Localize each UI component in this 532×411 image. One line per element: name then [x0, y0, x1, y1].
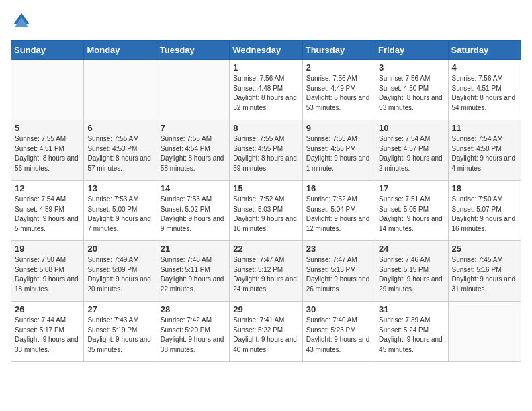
day-number: 31: [379, 304, 444, 314]
day-cell: 6Sunrise: 7:55 AM Sunset: 4:53 PM Daylig…: [84, 120, 157, 181]
day-number: 8: [233, 123, 298, 133]
day-info: Sunrise: 7:55 AM Sunset: 4:56 PM Dayligh…: [306, 134, 371, 173]
day-number: 28: [161, 304, 226, 314]
col-header-friday: Friday: [375, 41, 448, 60]
week-row-5: 26Sunrise: 7:44 AM Sunset: 5:17 PM Dayli…: [11, 302, 521, 362]
day-number: 4: [452, 62, 517, 73]
week-row-4: 19Sunrise: 7:50 AM Sunset: 5:08 PM Dayli…: [11, 241, 521, 302]
day-number: 22: [233, 244, 298, 254]
day-info: Sunrise: 7:56 AM Sunset: 4:51 PM Dayligh…: [452, 74, 517, 113]
day-cell: 14Sunrise: 7:53 AM Sunset: 5:02 PM Dayli…: [157, 181, 229, 241]
day-cell: 8Sunrise: 7:55 AM Sunset: 4:55 PM Daylig…: [230, 120, 302, 181]
day-number: 18: [452, 183, 517, 193]
day-info: Sunrise: 7:41 AM Sunset: 5:22 PM Dayligh…: [233, 316, 298, 355]
day-cell: 21Sunrise: 7:48 AM Sunset: 5:11 PM Dayli…: [157, 241, 229, 302]
day-info: Sunrise: 7:56 AM Sunset: 4:48 PM Dayligh…: [233, 74, 298, 113]
col-header-sunday: Sunday: [11, 41, 84, 60]
day-number: 30: [306, 304, 371, 314]
day-number: 11: [452, 123, 517, 133]
day-info: Sunrise: 7:47 AM Sunset: 5:12 PM Dayligh…: [233, 255, 298, 294]
day-info: Sunrise: 7:54 AM Sunset: 4:59 PM Dayligh…: [15, 195, 80, 234]
day-cell: 26Sunrise: 7:44 AM Sunset: 5:17 PM Dayli…: [11, 302, 84, 362]
day-cell: 17Sunrise: 7:51 AM Sunset: 5:05 PM Dayli…: [375, 181, 448, 241]
day-cell: 27Sunrise: 7:43 AM Sunset: 5:19 PM Dayli…: [84, 302, 157, 362]
col-header-saturday: Saturday: [448, 41, 521, 60]
day-info: Sunrise: 7:50 AM Sunset: 5:08 PM Dayligh…: [15, 255, 80, 294]
day-number: 14: [161, 183, 226, 193]
day-cell: 19Sunrise: 7:50 AM Sunset: 5:08 PM Dayli…: [11, 241, 84, 302]
header: [11, 11, 521, 32]
day-info: Sunrise: 7:49 AM Sunset: 5:09 PM Dayligh…: [87, 255, 152, 294]
col-header-wednesday: Wednesday: [230, 41, 302, 60]
day-info: Sunrise: 7:53 AM Sunset: 5:02 PM Dayligh…: [161, 195, 226, 234]
day-cell: 9Sunrise: 7:55 AM Sunset: 4:56 PM Daylig…: [302, 120, 375, 181]
day-info: Sunrise: 7:47 AM Sunset: 5:13 PM Dayligh…: [306, 255, 371, 294]
day-cell: 2Sunrise: 7:56 AM Sunset: 4:49 PM Daylig…: [302, 60, 375, 120]
day-info: Sunrise: 7:55 AM Sunset: 4:54 PM Dayligh…: [161, 134, 226, 173]
day-number: 21: [161, 244, 226, 254]
logo: [11, 11, 35, 32]
day-number: 23: [306, 244, 371, 254]
day-info: Sunrise: 7:56 AM Sunset: 4:50 PM Dayligh…: [379, 74, 444, 113]
day-number: 10: [379, 123, 444, 133]
day-info: Sunrise: 7:45 AM Sunset: 5:16 PM Dayligh…: [452, 255, 517, 294]
day-cell: 29Sunrise: 7:41 AM Sunset: 5:22 PM Dayli…: [230, 302, 302, 362]
day-info: Sunrise: 7:54 AM Sunset: 4:57 PM Dayligh…: [379, 134, 444, 173]
day-cell: 16Sunrise: 7:52 AM Sunset: 5:04 PM Dayli…: [302, 181, 375, 241]
day-number: 5: [15, 123, 80, 133]
day-cell: 28Sunrise: 7:42 AM Sunset: 5:20 PM Dayli…: [157, 302, 229, 362]
day-info: Sunrise: 7:55 AM Sunset: 4:55 PM Dayligh…: [233, 134, 298, 173]
day-info: Sunrise: 7:52 AM Sunset: 5:03 PM Dayligh…: [233, 195, 298, 234]
day-number: 29: [233, 304, 298, 314]
week-row-2: 5Sunrise: 7:55 AM Sunset: 4:51 PM Daylig…: [11, 120, 521, 181]
calendar-body: 1Sunrise: 7:56 AM Sunset: 4:48 PM Daylig…: [11, 60, 521, 362]
day-info: Sunrise: 7:43 AM Sunset: 5:19 PM Dayligh…: [87, 316, 152, 355]
header-row: SundayMondayTuesdayWednesdayThursdayFrid…: [11, 41, 521, 60]
day-cell: 1Sunrise: 7:56 AM Sunset: 4:48 PM Daylig…: [230, 60, 302, 120]
day-cell: 11Sunrise: 7:54 AM Sunset: 4:58 PM Dayli…: [448, 120, 521, 181]
day-cell: [448, 302, 521, 362]
day-cell: 25Sunrise: 7:45 AM Sunset: 5:16 PM Dayli…: [448, 241, 521, 302]
day-number: 25: [452, 244, 517, 254]
day-info: Sunrise: 7:56 AM Sunset: 4:49 PM Dayligh…: [306, 74, 371, 113]
day-cell: 13Sunrise: 7:53 AM Sunset: 5:00 PM Dayli…: [84, 181, 157, 241]
day-number: 15: [233, 183, 298, 193]
day-cell: 12Sunrise: 7:54 AM Sunset: 4:59 PM Dayli…: [11, 181, 84, 241]
day-number: 26: [15, 304, 80, 314]
day-cell: 5Sunrise: 7:55 AM Sunset: 4:51 PM Daylig…: [11, 120, 84, 181]
day-cell: 4Sunrise: 7:56 AM Sunset: 4:51 PM Daylig…: [448, 60, 521, 120]
day-number: 13: [87, 183, 152, 193]
logo-icon: [11, 11, 32, 32]
day-info: Sunrise: 7:46 AM Sunset: 5:15 PM Dayligh…: [379, 255, 444, 294]
day-cell: 20Sunrise: 7:49 AM Sunset: 5:09 PM Dayli…: [84, 241, 157, 302]
col-header-thursday: Thursday: [302, 41, 375, 60]
day-cell: [84, 60, 157, 120]
day-info: Sunrise: 7:55 AM Sunset: 4:51 PM Dayligh…: [15, 134, 80, 173]
day-number: 9: [306, 123, 371, 133]
day-cell: 7Sunrise: 7:55 AM Sunset: 4:54 PM Daylig…: [157, 120, 229, 181]
day-info: Sunrise: 7:54 AM Sunset: 4:58 PM Dayligh…: [452, 134, 517, 173]
day-number: 16: [306, 183, 371, 193]
day-number: 24: [379, 244, 444, 254]
day-cell: 31Sunrise: 7:39 AM Sunset: 5:24 PM Dayli…: [375, 302, 448, 362]
day-info: Sunrise: 7:52 AM Sunset: 5:04 PM Dayligh…: [306, 195, 371, 234]
day-number: 1: [233, 62, 298, 73]
day-number: 3: [379, 62, 444, 73]
day-cell: 10Sunrise: 7:54 AM Sunset: 4:57 PM Dayli…: [375, 120, 448, 181]
day-number: 7: [161, 123, 226, 133]
day-cell: [157, 60, 229, 120]
day-cell: 23Sunrise: 7:47 AM Sunset: 5:13 PM Dayli…: [302, 241, 375, 302]
week-row-1: 1Sunrise: 7:56 AM Sunset: 4:48 PM Daylig…: [11, 60, 521, 120]
day-info: Sunrise: 7:50 AM Sunset: 5:07 PM Dayligh…: [452, 195, 517, 234]
day-number: 27: [87, 304, 152, 314]
day-info: Sunrise: 7:55 AM Sunset: 4:53 PM Dayligh…: [87, 134, 152, 173]
day-cell: [11, 60, 84, 120]
day-cell: 3Sunrise: 7:56 AM Sunset: 4:50 PM Daylig…: [375, 60, 448, 120]
calendar-header: SundayMondayTuesdayWednesdayThursdayFrid…: [11, 41, 521, 60]
day-info: Sunrise: 7:42 AM Sunset: 5:20 PM Dayligh…: [161, 316, 226, 355]
day-number: 12: [15, 183, 80, 193]
day-cell: 22Sunrise: 7:47 AM Sunset: 5:12 PM Dayli…: [230, 241, 302, 302]
col-header-monday: Monday: [84, 41, 157, 60]
day-number: 17: [379, 183, 444, 193]
day-cell: 24Sunrise: 7:46 AM Sunset: 5:15 PM Dayli…: [375, 241, 448, 302]
